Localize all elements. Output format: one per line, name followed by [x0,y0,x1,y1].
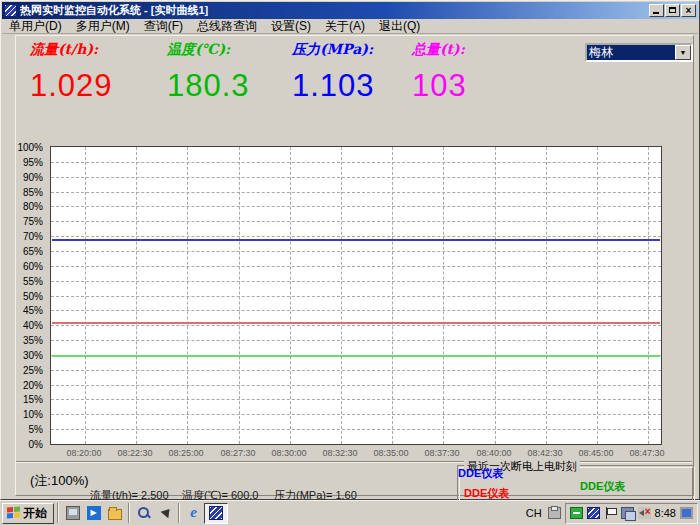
h-gridline [51,251,661,252]
taskbar-divider [178,503,180,523]
restore-button[interactable] [665,4,680,17]
dde-meter-label: DDE仪表 [464,486,509,501]
readout: 温度(℃): 180.3 [167,41,250,104]
quicklaunch-search[interactable] [133,503,154,523]
y-tick-label: 25% [23,365,43,376]
y-tick-label: 75% [23,216,43,227]
quicklaunch-computer[interactable] [62,503,83,523]
v-gridline [136,147,137,444]
network-icon[interactable] [621,507,634,519]
y-tick-label: 35% [23,335,43,346]
v-gridline [85,147,86,444]
v-gridline [392,147,393,444]
y-tick-label: 95% [23,157,43,168]
series-line [52,355,660,357]
taskbar-divider [128,503,130,523]
meter-icon[interactable] [570,507,583,519]
screen: 热网实时监控自动化系统 - [实时曲线1] × 单用户(D)多用户(M)查询(F… [0,0,700,525]
series-line [52,322,660,324]
menu-item[interactable]: 多用户(M) [69,18,137,35]
media-player-icon: ▶ [87,506,101,520]
station-select[interactable]: 梅林 ▼ [585,43,693,62]
printer-icon[interactable] [548,507,561,519]
close-icon: × [682,5,695,16]
menu-item[interactable]: 单用户(D) [2,18,69,35]
client-area: 流量(t/h): 1.029 温度(℃): 180.3 压力(MPa): 1.1… [2,35,698,498]
h-gridline [51,325,661,326]
readout: 压力(MPa): 1.103 [292,41,375,104]
y-tick-label: 70% [23,231,43,242]
y-tick-label: 60% [23,261,43,272]
plot-area [50,146,662,445]
h-gridline [51,340,661,341]
close-button[interactable]: × [681,4,696,17]
dde-meter-label: DDE仪表 [580,479,625,494]
computer-icon [66,506,80,520]
scale-note: (注:100%) [30,472,89,490]
y-tick-label: 30% [23,350,43,361]
menu-item[interactable]: 设置(S) [264,18,318,35]
series-line [52,239,660,241]
taskbar-divider [57,503,59,523]
y-tick-label: 20% [23,380,43,391]
h-gridline [51,370,661,371]
muted-sound-icon[interactable] [638,507,651,519]
quicklaunch-media-player[interactable]: ▶ [83,503,104,523]
menu-item[interactable]: 退出(Q) [372,18,427,35]
menu-item[interactable]: 查询(F) [137,18,190,35]
readout-value: 1.103 [292,68,375,104]
y-tick-label: 55% [23,276,43,287]
flag-icon[interactable] [604,507,617,519]
app-icon [209,506,223,520]
readout-label: 压力(MPa): [292,41,375,59]
display-icon[interactable] [680,507,693,519]
readout-label: 温度(℃): [167,41,250,59]
quicklaunch-folder[interactable] [104,503,125,523]
y-tick-label: 100% [17,142,43,153]
quicklaunch-hand[interactable] [154,503,175,523]
folder-icon [108,509,122,520]
menu-item[interactable]: 总线路查询 [190,18,264,35]
readout-value: 180.3 [167,68,250,104]
app-task-button[interactable] [204,503,228,524]
station-select-value: 梅林 [587,45,675,60]
y-tick-label: 45% [23,305,43,316]
dde-meter-label: DDE仪表 [458,466,503,481]
h-gridline [51,221,661,222]
title-bar: 热网实时监控自动化系统 - [实时曲线1] × [2,2,698,19]
v-gridline [546,147,547,444]
h-gridline [51,429,661,430]
y-tick-label: 90% [23,172,43,183]
h-gridline [51,206,661,207]
v-gridline [597,147,598,444]
system-tray: 8:48 [565,503,698,524]
app-window: 热网实时监控自动化系统 - [实时曲线1] × 单用户(D)多用户(M)查询(F… [0,0,700,500]
chevron-down-icon[interactable]: ▼ [675,45,691,60]
v-gridline [239,147,240,444]
language-indicator[interactable]: CH [526,507,542,519]
h-gridline [51,192,661,193]
start-label: 开始 [23,505,47,522]
readout-label: 流量(t/h): [30,41,113,59]
ie-icon: e [187,506,201,520]
y-tick-label: 15% [23,394,43,405]
y-tick-label: 80% [23,201,43,212]
v-gridline [443,147,444,444]
start-button[interactable]: 开始 [2,503,54,524]
window-controls: × [649,4,696,17]
h-gridline [51,399,661,400]
v-gridline [648,147,649,444]
x-tick-label: 08:47:30 [617,448,677,458]
minimize-button[interactable] [649,4,664,17]
hand-icon [158,506,172,520]
clock[interactable]: 8:48 [655,507,676,519]
separator [16,461,692,463]
readout: 流量(t/h): 1.029 [30,41,113,104]
search-icon [137,506,151,520]
menu-item[interactable]: 关于(A) [318,18,372,35]
readout-value: 1.029 [30,68,113,104]
app-tray-icon[interactable] [587,507,600,519]
window-title: 热网实时监控自动化系统 - [实时曲线1] [20,3,649,18]
quicklaunch-internet-explorer[interactable]: e [183,503,204,523]
y-tick-label: 10% [23,409,43,420]
